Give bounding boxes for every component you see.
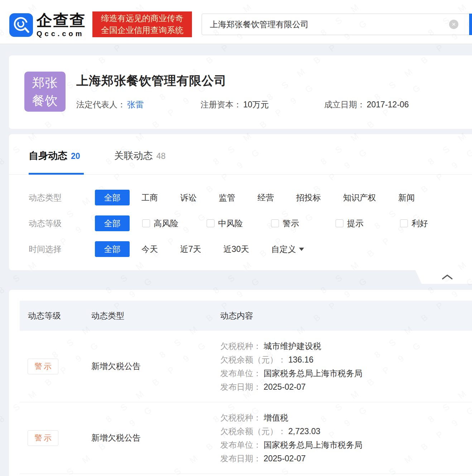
table-header-level: 动态等级 (20, 310, 83, 321)
slogan-banner: 缔造有远见的商业传奇 全国企业信用查询系统 (92, 11, 192, 37)
table-header-content: 动态内容 (220, 310, 472, 321)
filter-level-option-1[interactable]: 中风险 (207, 218, 271, 229)
filter-type-option-1[interactable]: 诉讼 (180, 192, 197, 203)
filter-level-option-0[interactable]: 高风险 (142, 218, 207, 229)
table-cell-level: 警示 (20, 430, 83, 446)
legal-representative-link[interactable]: 张雷 (127, 100, 144, 109)
table-cell-level: 警示 (20, 359, 83, 374)
logo-text-en: Qcc.com (37, 29, 86, 38)
filter-level-all-button[interactable]: 全部 (95, 215, 130, 231)
tab-related-news-count: 48 (156, 151, 166, 161)
qcc-logo[interactable]: 企查查 Qcc.com (9, 12, 86, 38)
legal-representative-label: 法定代表人： (76, 100, 126, 109)
content-line-label: 发布单位： (220, 440, 261, 450)
content-line: 发布单位：国家税务总局上海市税务局 (220, 438, 472, 452)
content-line-value: 2025-02-07 (264, 382, 306, 392)
news-filter-card: 自身动态20 关联动态48 动态类型 全部 工商诉讼监管经营招投标知识产权新闻 … (9, 134, 472, 270)
content-line-label: 发布日期： (220, 382, 261, 392)
table-row[interactable]: 警示新增欠税公告欠税税种：增值税欠税余额（元）：2,723.03发布单位：国家税… (20, 402, 472, 474)
tab-self-news-count: 20 (71, 151, 80, 161)
filter-time-label: 时间选择 (29, 244, 95, 255)
registered-capital-value: 10万元 (243, 100, 269, 109)
filter-level-label: 动态等级 (29, 218, 95, 229)
slogan-line-1: 缔造有远见的商业传奇 (92, 13, 192, 24)
filter-level-option-4[interactable]: 利好 (400, 218, 464, 229)
content-line: 欠税余额（元）：2,723.03 (220, 424, 472, 438)
filter-level-option-label: 提示 (347, 218, 363, 229)
tab-self-news-label: 自身动态 (29, 150, 67, 161)
qcc-company-news-page: 企查查 Qcc.com 缔造有远见的商业传奇 全国企业信用查询系统 × 郑张 餐… (0, 0, 472, 476)
search-box: × (202, 14, 472, 35)
filter-row-type: 动态类型 全部 工商诉讼监管经营招投标知识产权新闻 (29, 190, 415, 205)
filter-type-option-5[interactable]: 知识产权 (343, 192, 376, 203)
content-line-value: 增值税 (264, 413, 288, 422)
filter-type-option-0[interactable]: 工商 (141, 192, 158, 203)
filter-level-options: 高风险中风险警示提示利好 (142, 218, 464, 229)
filter-level-option-label: 高风险 (154, 218, 178, 229)
filter-level-option-2[interactable]: 警示 (271, 218, 336, 229)
avatar-line-1: 郑张 (24, 74, 66, 92)
content-line: 欠税余额（元）：136.16 (220, 353, 472, 366)
tab-related-news[interactable]: 关联动态48 (114, 149, 166, 162)
filter-time-all-button[interactable]: 全部 (95, 241, 130, 257)
checkbox-icon[interactable] (271, 219, 279, 227)
logo-text: 企查查 Qcc.com (37, 12, 86, 38)
checkbox-icon[interactable] (207, 219, 215, 227)
content-line-label: 发布单位： (220, 369, 261, 378)
table-cell-content: 欠税税种：增值税欠税余额（元）：2,723.03发布单位：国家税务总局上海市税务… (220, 411, 472, 465)
tab-self-news[interactable]: 自身动态20 (29, 149, 80, 162)
filter-type-all-button[interactable]: 全部 (95, 190, 130, 205)
content-line-label: 欠税余额（元）： (220, 427, 286, 436)
table-row[interactable]: 警示新增欠税公告欠税税种：城市维护建设税欠税余额（元）：136.16发布单位：国… (20, 331, 472, 402)
qcc-logo-icon (9, 13, 33, 37)
search-button-edge[interactable] (469, 14, 472, 35)
content-line-value: 136.16 (288, 355, 313, 364)
checkbox-icon[interactable] (142, 219, 150, 227)
filter-type-option-3[interactable]: 经营 (257, 192, 274, 203)
filter-time-custom-label: 自定义 (271, 244, 296, 255)
news-type-text: 新增欠税公告 (91, 361, 141, 371)
table-body: 警示新增欠税公告欠税税种：城市维护建设税欠税余额（元）：136.16发布单位：国… (20, 331, 472, 474)
filter-type-options: 工商诉讼监管经营招投标知识产权新闻 (141, 192, 415, 203)
active-tab-underline (29, 173, 84, 175)
filter-row-time: 时间选择 全部 今天近7天近30天自定义 (29, 241, 304, 257)
filter-time-option-1[interactable]: 近7天 (180, 244, 201, 255)
filter-time-custom[interactable]: 自定义 (271, 244, 304, 255)
news-type-text: 新增欠税公告 (91, 433, 141, 442)
filter-level-option-label: 中风险 (218, 218, 243, 229)
search-input[interactable] (202, 14, 472, 35)
registered-capital: 注册资本：10万元 (201, 99, 269, 110)
filter-type-option-6[interactable]: 新闻 (398, 192, 415, 203)
filter-type-label: 动态类型 (29, 192, 95, 203)
founded-date: 成立日期：2017-12-06 (324, 99, 409, 110)
clear-search-icon[interactable]: × (449, 20, 458, 29)
filter-row-level: 动态等级 全部 高风险中风险警示提示利好 (29, 215, 464, 231)
content-line-label: 欠税余额（元）： (220, 355, 286, 364)
company-summary-card: 郑张 餐饮 上海郑张餐饮管理有限公司 法定代表人：张雷 注册资本：10万元 成立… (9, 55, 472, 129)
checkbox-icon[interactable] (400, 219, 408, 227)
content-line: 欠税税种：增值税 (220, 411, 472, 424)
table-header-type: 动态类型 (83, 310, 220, 321)
slogan-line-2: 全国企业信用查询系统 (92, 24, 192, 36)
filter-level-option-label: 利好 (411, 218, 428, 229)
filter-type-option-4[interactable]: 招投标 (296, 192, 321, 203)
logo-text-cn: 企查查 (37, 12, 86, 29)
filter-level-option-3[interactable]: 提示 (336, 218, 400, 229)
filter-time-option-0[interactable]: 今天 (141, 244, 158, 255)
caret-down-icon (299, 248, 304, 251)
tab-related-news-label: 关联动态 (114, 150, 153, 161)
checkbox-icon[interactable] (336, 219, 343, 227)
filter-type-option-2[interactable]: 监管 (219, 192, 235, 203)
company-info-row: 法定代表人：张雷 注册资本：10万元 成立日期：2017-12-06 (9, 99, 472, 111)
table-cell-content: 欠税税种：城市维护建设税欠税余额（元）：136.16发布单位：国家税务总局上海市… (220, 339, 472, 394)
table-cell-type: 新增欠税公告 (83, 432, 220, 443)
content-line-value: 国家税务总局上海市税务局 (264, 369, 362, 378)
table-cell-type: 新增欠税公告 (83, 361, 220, 372)
collapse-panel-tab[interactable] (415, 270, 472, 284)
filter-time-options: 今天近7天近30天自定义 (141, 244, 304, 255)
content-line: 发布单位：国家税务总局上海市税务局 (220, 366, 472, 380)
chevron-up-icon (441, 274, 453, 280)
content-line-value: 城市维护建设税 (264, 341, 321, 351)
level-warning-badge: 警示 (28, 430, 58, 446)
filter-time-option-2[interactable]: 近30天 (223, 244, 249, 255)
